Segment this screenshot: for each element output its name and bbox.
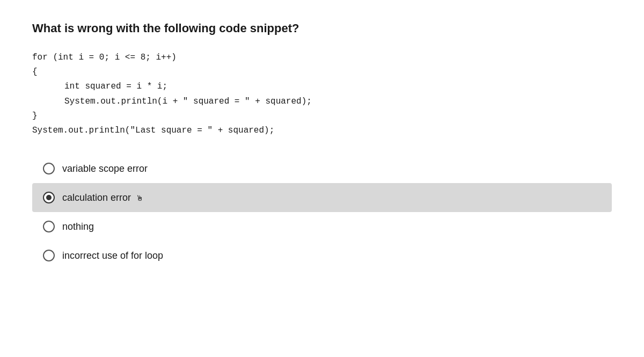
quiz-container: What is wrong with the following code sn… <box>0 0 644 357</box>
option-label-variable-scope: variable scope error <box>62 163 148 174</box>
option-variable-scope[interactable]: variable scope error <box>32 154 612 183</box>
option-incorrect-for-loop[interactable]: incorrect use of for loop <box>32 241 612 270</box>
question-title: What is wrong with the following code sn… <box>32 21 612 35</box>
radio-calculation-error[interactable] <box>43 192 55 203</box>
radio-incorrect-for-loop[interactable] <box>43 250 55 261</box>
code-line-2: { <box>32 65 612 79</box>
code-line-6: System.out.println("Last square = " + sq… <box>32 123 612 138</box>
cursor-icon: 🖱 <box>136 194 143 202</box>
radio-variable-scope[interactable] <box>43 163 55 174</box>
option-label-incorrect-for-loop: incorrect use of for loop <box>62 250 163 261</box>
code-line-4: System.out.println(i + " squared = " + s… <box>32 94 612 109</box>
code-block: for (int i = 0; i <= 8; i++) { int squar… <box>32 50 612 138</box>
radio-nothing[interactable] <box>43 221 55 232</box>
option-label-calculation-error: calculation error 🖱 <box>62 192 143 203</box>
options-area: variable scope error calculation error 🖱… <box>32 154 612 270</box>
option-label-nothing: nothing <box>62 221 94 232</box>
option-nothing[interactable]: nothing <box>32 212 612 241</box>
option-calculation-error[interactable]: calculation error 🖱 <box>32 183 612 212</box>
code-line-3: int squared = i * i; <box>32 79 612 94</box>
code-line-5: } <box>32 109 612 123</box>
code-line-1: for (int i = 0; i <= 8; i++) <box>32 50 612 65</box>
